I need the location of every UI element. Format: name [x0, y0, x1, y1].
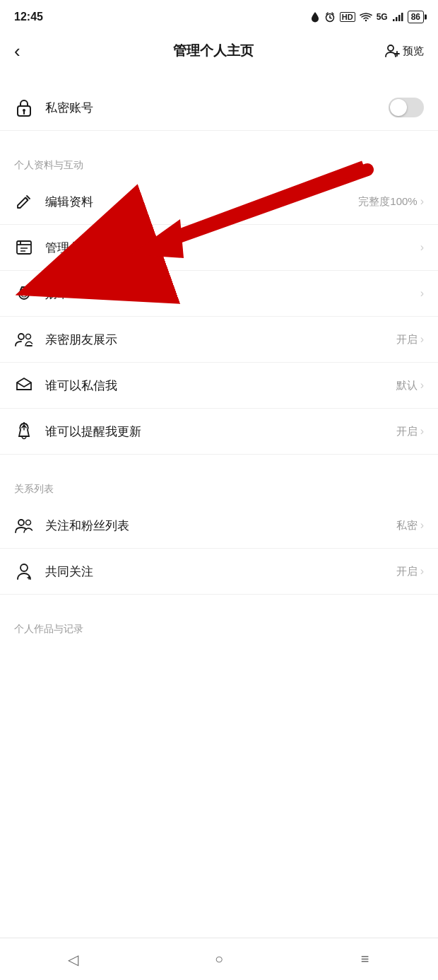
svg-rect-5 [398, 15, 401, 21]
svg-rect-6 [401, 13, 403, 21]
status-bar: 12:45 HD 5G [0, 0, 438, 31]
who-dm-right: 默认 › [396, 379, 424, 392]
who-remind-label: 谁可以提醒我更新 [45, 424, 141, 440]
close-friends-status: 开启 [396, 333, 418, 346]
hd-badge: HD [340, 12, 355, 22]
medals-icon [14, 284, 34, 303]
section-gap-2 [0, 131, 438, 145]
page-title: 管理个人主页 [173, 42, 254, 60]
who-remind-row[interactable]: 谁可以提醒我更新 开启 › [0, 409, 438, 455]
who-dm-status: 默认 [396, 379, 418, 392]
who-dm-row[interactable]: 谁可以私信我 默认 › [0, 363, 438, 409]
remind-icon [14, 421, 34, 441]
edit-profile-right: 完整度100% › [358, 195, 424, 209]
follow-fans-label: 关注和粉丝列表 [45, 518, 129, 534]
chevron-icon-2: › [420, 241, 424, 254]
follow-fans-right: 私密 › [396, 519, 424, 532]
svg-point-28 [26, 520, 31, 525]
alarm-icon [324, 11, 336, 23]
svg-point-27 [18, 520, 24, 525]
section-gap-3 [0, 455, 438, 469]
svg-rect-13 [17, 241, 31, 254]
mutual-follow-row[interactable]: 共同关注 开启 › [0, 549, 438, 595]
status-time: 12:45 [14, 11, 43, 23]
edit-profile-row[interactable]: 编辑资料 完整度100% › [0, 179, 438, 225]
private-account-toggle[interactable] [389, 98, 424, 117]
manage-entrance-label: 管理入口 [45, 240, 93, 256]
close-friends-icon [14, 329, 34, 349]
chevron-icon-4: › [420, 333, 424, 346]
chevron-icon-8: › [420, 565, 424, 578]
chevron-icon-6: › [420, 425, 424, 438]
manage-entrance-right: › [420, 241, 424, 254]
mutual-follow-icon [14, 561, 34, 581]
svg-point-23 [18, 334, 24, 339]
chevron-icon-3: › [420, 287, 424, 300]
medals-right: › [420, 287, 424, 300]
who-dm-label: 谁可以私信我 [45, 378, 117, 394]
svg-rect-4 [396, 17, 398, 21]
chevron-icon-5: › [420, 379, 424, 392]
mutual-follow-label: 共同关注 [45, 564, 93, 580]
svg-point-18 [19, 289, 29, 299]
svg-line-2 [330, 18, 331, 18]
private-account-row[interactable]: 私密账号 [0, 85, 438, 131]
preview-icon [384, 43, 400, 59]
who-remind-right: 开启 › [396, 425, 424, 438]
nav-menu-btn[interactable]: ≡ [344, 945, 386, 974]
nav-back-btn[interactable]: ◁ [52, 945, 94, 974]
svg-rect-3 [393, 19, 395, 21]
water-drop-icon [310, 11, 320, 23]
medals-row[interactable]: 勋章 › [0, 271, 438, 317]
svg-point-19 [21, 291, 27, 297]
mutual-follow-status: 开启 [396, 565, 418, 578]
mutual-follow-right: 开启 › [396, 565, 424, 578]
chevron-icon-7: › [420, 519, 424, 532]
section-header-profile: 个人资料与互动 [0, 145, 438, 179]
who-remind-status: 开启 [396, 425, 418, 438]
preview-button[interactable]: 预览 [384, 43, 424, 59]
wifi-icon [360, 12, 372, 22]
signal-bars-icon [392, 12, 403, 22]
manage-entrance-icon [14, 238, 34, 257]
section-gap-4 [0, 595, 438, 609]
close-friends-right: 开启 › [396, 333, 424, 346]
manage-entrance-row[interactable]: 管理入口 › [0, 225, 438, 271]
edit-icon [14, 192, 34, 211]
section-header-relations: 关系列表 [0, 469, 438, 503]
battery-indicator: 86 [408, 11, 424, 23]
edit-profile-completeness: 完整度100% [358, 195, 417, 209]
follow-fans-status: 私密 [396, 519, 418, 532]
close-friends-row[interactable]: 亲密朋友展示 开启 › [0, 317, 438, 363]
svg-point-7 [388, 45, 393, 51]
nav-bar: ‹ 管理个人主页 预览 [0, 31, 438, 71]
chevron-icon: › [420, 195, 424, 208]
section-gap-top [0, 71, 438, 85]
back-button[interactable]: ‹ [14, 40, 42, 62]
nav-home-btn[interactable]: ○ [198, 945, 240, 974]
medals-label: 勋章 [45, 286, 69, 302]
bottom-nav: ◁ ○ ≡ [0, 938, 438, 980]
section-header-works: 个人作品与记录 [0, 609, 438, 643]
follow-fans-icon [14, 515, 34, 535]
edit-profile-label: 编辑资料 [45, 194, 93, 210]
close-friends-label: 亲密朋友展示 [45, 332, 117, 348]
svg-point-29 [20, 564, 28, 571]
lock-icon [14, 98, 34, 117]
dm-icon [14, 375, 34, 395]
svg-point-24 [26, 334, 31, 339]
follow-fans-row[interactable]: 关注和粉丝列表 私密 › [0, 503, 438, 549]
private-account-label: 私密账号 [45, 100, 93, 116]
signal-5g: 5G [377, 12, 388, 22]
status-icons: HD 5G 86 [310, 11, 424, 23]
preview-label: 预览 [403, 45, 424, 58]
